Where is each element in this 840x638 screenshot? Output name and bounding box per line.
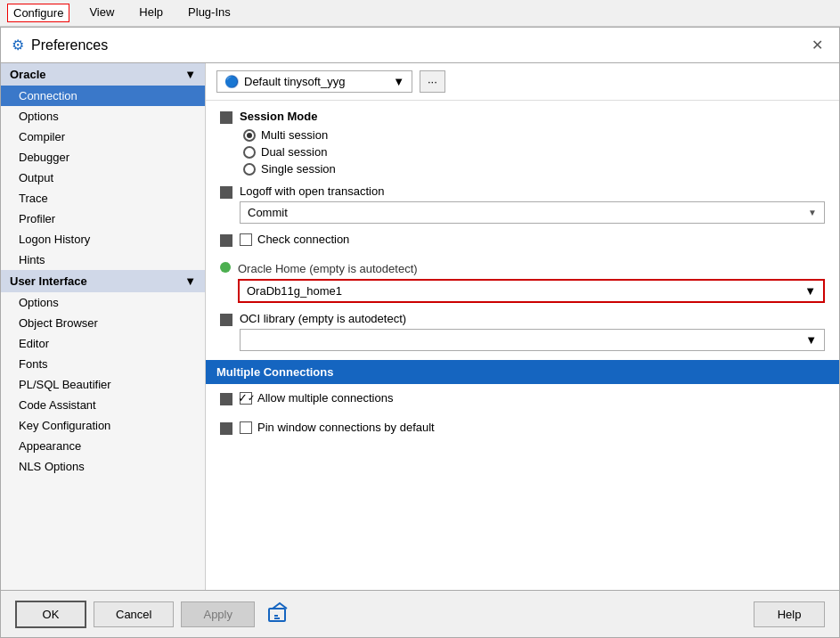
session-mode-title: Session Mode [240, 110, 825, 123]
radio-dual-session[interactable]: Dual session [243, 145, 825, 159]
pin-connections-section: Pin window connections by default [220, 421, 825, 441]
sidebar-item-beautifier[interactable]: PL/SQL Beautifier [1, 374, 205, 395]
sidebar-item-object-browser[interactable]: Object Browser [1, 313, 205, 333]
session-mode-content: Session Mode Multi session Dual session [240, 110, 825, 176]
oracle-home-section: Oracle Home (empty is autodetect) OraDb1… [220, 262, 825, 303]
sidebar-item-fonts[interactable]: Fonts [1, 354, 205, 374]
connection-header: 🔵 Default tinysoft_yyg ▼ ··· [206, 63, 839, 101]
multiple-connections-banner: Multiple Connections [206, 360, 839, 384]
menu-help[interactable]: Help [134, 4, 168, 22]
main-content: 🔵 Default tinysoft_yyg ▼ ··· Session Mod… [206, 63, 839, 590]
logoff-section: Logoff with open transaction Commit ▼ [220, 184, 825, 224]
sidebar-item-output[interactable]: Output [1, 168, 205, 188]
logoff-dropdown[interactable]: Commit ▼ [240, 201, 825, 224]
dialog-title: Preferences [31, 37, 799, 53]
sidebar-group-oracle[interactable]: Oracle ▼ [1, 63, 205, 86]
connection-icon: 🔵 [224, 75, 239, 88]
logoff-dropdown-arrow: ▼ [808, 208, 817, 217]
help-button[interactable]: Help [754, 601, 825, 627]
dialog-body: Oracle ▼ Connection Options Compiler Deb… [0, 63, 840, 591]
ok-button[interactable]: OK [15, 601, 86, 628]
oracle-home-green-dot [220, 262, 231, 273]
oracle-home-content: Oracle Home (empty is autodetect) OraDb1… [238, 262, 825, 303]
connection-more-button[interactable]: ··· [420, 70, 445, 93]
sidebar-item-editor[interactable]: Editor [1, 333, 205, 354]
sidebar-item-profiler[interactable]: Profiler [1, 209, 205, 229]
oci-library-section: OCI library (empty is autodetect) ▼ [220, 312, 825, 351]
logoff-selected-value: Commit [248, 206, 288, 219]
sidebar-item-connection[interactable]: Connection [1, 86, 205, 106]
menu-configure[interactable]: Configure [7, 4, 69, 22]
sidebar-item-trace[interactable]: Trace [1, 188, 205, 209]
allow-connections-indicator [220, 393, 232, 405]
pin-connections-indicator [220, 422, 232, 435]
close-button[interactable]: ✕ [806, 35, 828, 55]
sidebar-item-compiler[interactable]: Compiler [1, 127, 205, 147]
oci-library-label: OCI library (empty is autodetect) [240, 312, 825, 325]
session-mode-section: Session Mode Multi session Dual session [220, 110, 825, 176]
oracle-home-label: Oracle Home (empty is autodetect) [238, 262, 825, 275]
allow-connections-section: ✓ Allow multiple connections [220, 391, 825, 412]
cancel-button[interactable]: Cancel [94, 601, 174, 627]
preferences-icon: ⚙ [12, 37, 24, 53]
pin-connections-row: Pin window connections by default [240, 421, 435, 434]
session-mode-indicator [220, 111, 232, 124]
logoff-label: Logoff with open transaction [240, 184, 825, 198]
logoff-content: Logoff with open transaction Commit ▼ [240, 184, 825, 224]
sidebar-item-options[interactable]: Options [1, 106, 205, 127]
pin-connections-label: Pin window connections by default [257, 421, 435, 434]
radio-dual-session-label: Dual session [261, 145, 327, 159]
connection-select-arrow: ▼ [393, 75, 404, 88]
title-bar: ⚙ Preferences ✕ [0, 27, 840, 63]
connection-name: Default tinysoft_yyg [244, 75, 345, 88]
sidebar-group-ui[interactable]: User Interface ▼ [1, 270, 205, 292]
sidebar: Oracle ▼ Connection Options Compiler Deb… [1, 63, 206, 590]
sidebar-item-code-assistant[interactable]: Code Assistant [1, 395, 205, 415]
check-connection-label: Check connection [257, 233, 349, 246]
allow-connections-checkbox[interactable]: ✓ [240, 392, 252, 405]
check-connection-checkbox[interactable] [240, 233, 252, 246]
sidebar-item-key-config[interactable]: Key Configuration [1, 415, 205, 436]
sidebar-item-hints[interactable]: Hints [1, 249, 205, 270]
radio-single-session-circle [243, 163, 256, 176]
sidebar-item-ui-options[interactable]: Options [1, 292, 205, 313]
oracle-home-value: OraDb11g_home1 [247, 284, 804, 298]
check-connection-indicator [220, 234, 232, 247]
sidebar-group-ui-label: User Interface [10, 274, 87, 288]
connection-select[interactable]: 🔵 Default tinysoft_yyg ▼ [216, 70, 412, 93]
radio-multi-session-circle [243, 129, 256, 142]
radio-single-session[interactable]: Single session [243, 162, 825, 176]
logoff-indicator [220, 186, 232, 199]
radio-multi-session[interactable]: Multi session [243, 128, 825, 142]
sidebar-item-appearance[interactable]: Appearance [1, 436, 205, 456]
sidebar-item-nls-options[interactable]: NLS Options [1, 456, 205, 477]
sidebar-item-logon-history[interactable]: Logon History [1, 229, 205, 249]
radio-single-session-label: Single session [261, 162, 336, 176]
session-mode-radio-group: Multi session Dual session Single sessio… [243, 128, 825, 176]
content-area: Session Mode Multi session Dual session [206, 101, 839, 590]
check-connection-row: Check connection [240, 233, 349, 246]
radio-multi-session-label: Multi session [261, 128, 328, 142]
sidebar-group-oracle-label: Oracle [10, 68, 45, 81]
menu-view[interactable]: View [84, 4, 119, 22]
allow-connections-row: ✓ Allow multiple connections [240, 391, 393, 405]
oci-library-indicator [220, 314, 232, 326]
check-connection-section: Check connection [220, 233, 825, 253]
footer-icon[interactable] [262, 600, 298, 628]
radio-dual-session-circle [243, 146, 256, 159]
oracle-home-dropdown-arrow: ▼ [804, 284, 816, 298]
allow-connections-label: Allow multiple connections [257, 391, 393, 405]
pin-connections-checkbox[interactable] [240, 421, 252, 434]
menu-plugins[interactable]: Plug-Ins [183, 4, 236, 22]
oci-library-dropdown-arrow: ▼ [805, 333, 817, 347]
dialog-footer: OK Cancel Apply Help [0, 591, 840, 638]
sidebar-item-debugger[interactable]: Debugger [1, 147, 205, 168]
sidebar-group-oracle-arrow: ▼ [184, 68, 196, 81]
menu-bar: Configure View Help Plug-Ins [0, 0, 840, 27]
apply-button[interactable]: Apply [181, 601, 255, 627]
oci-library-input-wrapper[interactable]: ▼ [240, 329, 825, 351]
oracle-home-input-wrapper[interactable]: OraDb11g_home1 ▼ [238, 279, 825, 303]
oci-library-content: OCI library (empty is autodetect) ▼ [240, 312, 825, 351]
sidebar-group-ui-arrow: ▼ [184, 274, 196, 288]
